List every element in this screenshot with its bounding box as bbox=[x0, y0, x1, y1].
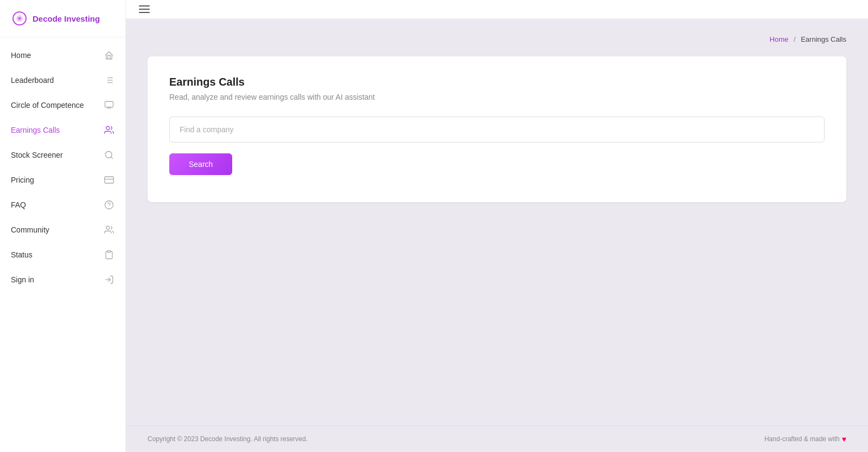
handcrafted-text: Hand-crafted & made with ♥ bbox=[764, 435, 846, 443]
clipboard-icon bbox=[104, 249, 114, 260]
breadcrumb: Home / Earnings Calls bbox=[148, 35, 846, 43]
search-icon bbox=[104, 150, 114, 160]
brand-name: Decode Investing bbox=[33, 14, 100, 23]
sidebar: Decode Investing Home Leaderboard Circle… bbox=[0, 0, 126, 452]
logo-icon bbox=[11, 10, 28, 27]
company-search-input[interactable] bbox=[180, 125, 814, 134]
svg-rect-18 bbox=[107, 251, 111, 253]
earnings-calls-card: Earnings Calls Read, analyze and review … bbox=[148, 56, 846, 202]
breadcrumb-current: Earnings Calls bbox=[801, 35, 846, 43]
group-icon bbox=[104, 224, 114, 235]
heart-icon: ♥ bbox=[842, 435, 846, 443]
chat-icon bbox=[104, 100, 114, 111]
main-area: Home / Earnings Calls Earnings Calls Rea… bbox=[126, 0, 868, 452]
sidebar-item-stock-screener[interactable]: Stock Screener bbox=[0, 143, 125, 167]
search-button[interactable]: Search bbox=[169, 153, 232, 175]
svg-point-15 bbox=[105, 201, 113, 209]
topbar bbox=[126, 0, 868, 19]
content-inner: Home / Earnings Calls Earnings Calls Rea… bbox=[126, 19, 868, 425]
svg-point-2 bbox=[18, 17, 21, 20]
page-subtitle: Read, analyze and review earnings calls … bbox=[169, 93, 825, 101]
home-icon bbox=[104, 50, 114, 61]
signin-icon bbox=[104, 274, 114, 285]
nav-menu: Home Leaderboard Circle of Competence Ea… bbox=[0, 37, 125, 452]
svg-rect-9 bbox=[105, 101, 113, 107]
sidebar-item-pricing[interactable]: Pricing bbox=[0, 167, 125, 192]
sidebar-item-earnings-calls[interactable]: Earnings Calls bbox=[0, 118, 125, 143]
sidebar-item-home[interactable]: Home bbox=[0, 43, 125, 68]
sidebar-item-sign-in[interactable]: Sign in bbox=[0, 267, 125, 292]
svg-point-17 bbox=[106, 226, 110, 229]
breadcrumb-home[interactable]: Home bbox=[770, 35, 789, 43]
sidebar-item-faq[interactable]: FAQ bbox=[0, 192, 125, 217]
logo-area[interactable]: Decode Investing bbox=[0, 0, 125, 37]
sidebar-item-circle-of-competence[interactable]: Circle of Competence bbox=[0, 93, 125, 118]
search-input-wrapper[interactable] bbox=[169, 117, 825, 143]
question-icon bbox=[104, 199, 114, 210]
svg-point-10 bbox=[106, 126, 110, 130]
svg-line-12 bbox=[111, 157, 112, 158]
card-icon bbox=[104, 175, 114, 185]
hamburger-menu[interactable] bbox=[139, 5, 150, 13]
list-icon bbox=[104, 75, 114, 86]
svg-point-11 bbox=[105, 151, 112, 158]
people-icon bbox=[104, 125, 114, 135]
svg-rect-13 bbox=[105, 177, 114, 183]
page-title: Earnings Calls bbox=[169, 76, 825, 88]
footer: Copyright © 2023 Decode Investing. All r… bbox=[126, 425, 868, 452]
sidebar-item-leaderboard[interactable]: Leaderboard bbox=[0, 68, 125, 93]
sidebar-item-community[interactable]: Community bbox=[0, 217, 125, 242]
copyright-text: Copyright © 2023 Decode Investing. All r… bbox=[148, 435, 308, 443]
content-area: Home / Earnings Calls Earnings Calls Rea… bbox=[126, 19, 868, 452]
sidebar-item-status[interactable]: Status bbox=[0, 242, 125, 267]
breadcrumb-separator: / bbox=[794, 35, 796, 43]
